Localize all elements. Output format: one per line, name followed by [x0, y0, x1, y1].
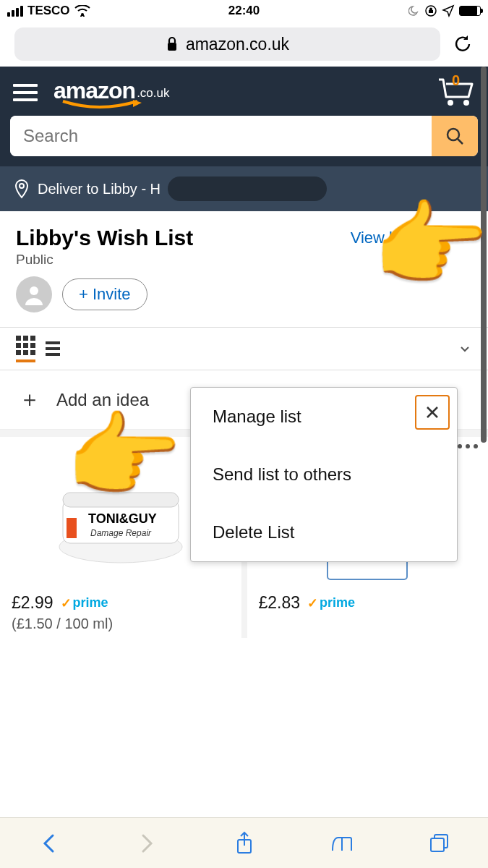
svg-line-6	[458, 139, 463, 144]
battery-icon	[459, 6, 481, 16]
chevron-down-icon[interactable]	[458, 341, 472, 356]
logo-suffix: .co.uk	[137, 86, 169, 101]
svg-text:TONI&GUY: TONI&GUY	[88, 511, 157, 526]
svg-rect-14	[67, 518, 77, 538]
product-options-button[interactable]	[458, 444, 478, 448]
list-view-button[interactable]	[46, 341, 60, 356]
person-icon	[22, 282, 46, 307]
avatar[interactable]	[16, 276, 52, 312]
product-price: £2.83	[259, 593, 301, 613]
orientation-lock-icon	[424, 4, 437, 17]
unit-price: (£1.50 / 100 ml)	[12, 616, 230, 632]
grid-view-button[interactable]	[16, 336, 35, 362]
safari-address-bar: amazon.co.uk	[0, 22, 488, 67]
svg-text:Damage Repair: Damage Repair	[90, 528, 152, 538]
redacted-address	[168, 176, 327, 201]
svg-point-4	[463, 100, 469, 106]
svg-rect-2	[168, 43, 176, 51]
invite-label: + Invite	[79, 285, 131, 304]
prime-badge: ✓prime	[61, 595, 108, 611]
pointing-hand-annotation: 👉	[65, 401, 182, 511]
close-icon	[424, 404, 440, 420]
svg-point-8	[30, 286, 38, 295]
prime-badge: ✓prime	[307, 595, 355, 611]
moon-icon	[408, 5, 420, 17]
svg-point-5	[448, 129, 459, 140]
context-menu: Manage list Send list to others Delete L…	[190, 387, 458, 562]
invite-button[interactable]: + Invite	[62, 278, 147, 310]
amazon-logo[interactable]: amazon .co.uk	[53, 77, 170, 109]
svg-rect-35	[431, 838, 444, 851]
signal-icon	[7, 6, 23, 17]
refresh-icon[interactable]	[452, 33, 474, 55]
pointing-hand-annotation: 👈	[375, 190, 488, 300]
product-price: £2.99	[12, 593, 53, 613]
search-icon	[444, 125, 466, 147]
cart-count: 0	[452, 72, 460, 89]
bookmarks-button[interactable]	[328, 829, 356, 858]
view-toggle-bar	[0, 327, 488, 370]
clock: 22:40	[228, 4, 260, 18]
plus-icon: ＋	[19, 385, 40, 414]
search-input[interactable]	[10, 116, 432, 156]
location-icon	[442, 4, 455, 17]
share-button[interactable]	[230, 829, 259, 858]
svg-point-3	[448, 100, 453, 106]
cart-button[interactable]: 0	[436, 75, 475, 110]
send-list-option[interactable]: Send list to others	[191, 446, 457, 503]
back-button[interactable]	[35, 829, 64, 858]
svg-point-0	[81, 13, 84, 16]
url-pill[interactable]: amazon.co.uk	[14, 27, 440, 61]
tabs-button[interactable]	[425, 829, 454, 858]
search-button[interactable]	[432, 116, 478, 156]
svg-point-7	[20, 184, 24, 188]
delete-list-option[interactable]: Delete List	[191, 503, 457, 561]
forward-button	[132, 829, 161, 858]
location-pin-icon	[13, 179, 30, 199]
safari-toolbar	[0, 817, 488, 868]
wishlist-title: Libby's Wish List	[16, 226, 351, 250]
close-button[interactable]	[415, 395, 450, 430]
lock-icon	[166, 36, 179, 52]
carrier-label: TESCO	[27, 4, 70, 18]
menu-button[interactable]	[13, 84, 38, 101]
ios-status-bar: TESCO 22:40	[0, 0, 488, 22]
wifi-icon	[74, 5, 90, 17]
delivery-text: Deliver to Libby - H	[38, 181, 160, 197]
url-domain: amazon.co.uk	[186, 35, 289, 54]
search-bar	[10, 116, 478, 156]
